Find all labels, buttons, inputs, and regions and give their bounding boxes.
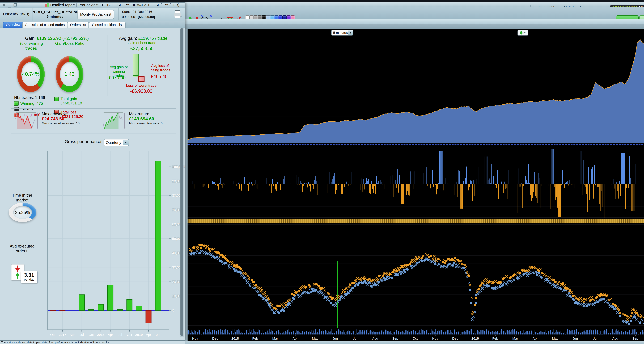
time-axis[interactable]: NovDec2018FebMarAprMayJunJulAugSepOctNov…	[188, 335, 644, 341]
report-header: USD/JPY (DFB) PCBO_USDJPY_BEst&EoD 5 min…	[0, 7, 185, 21]
time-in-market-value: 35.25%	[15, 210, 30, 215]
time-tick	[435, 335, 436, 336]
svg-text:2019: 2019	[135, 333, 143, 337]
report-titlebar: ✕ ▁ ❐ Detailed report| ProBacktest| PCBO…	[0, 2, 185, 7]
time-tick	[315, 335, 316, 336]
svg-text:Jul: Jul	[80, 333, 84, 337]
time-label: Mar	[272, 337, 278, 341]
svg-text:Apr: Apr	[108, 333, 113, 337]
avg-orders-value: 3.31	[21, 272, 37, 278]
svg-text:Apr: Apr	[70, 333, 75, 337]
svg-text:2018: 2018	[97, 333, 104, 337]
header-strategy: PCBO_USDJPY_BEst&EoD 5 minutes	[32, 7, 78, 21]
svg-text:Oct: Oct	[50, 333, 56, 337]
time-tick	[395, 335, 396, 336]
svg-text:0: 0	[172, 309, 174, 313]
time-tick	[635, 335, 636, 336]
modify-probacktest-button[interactable]: Modify ProBacktest	[78, 10, 114, 19]
avg-orders-value-box: 3.31 per day	[20, 271, 38, 283]
svg-text:Apr: Apr	[146, 333, 151, 337]
report-status-bar: The statistics above relate to past data…	[0, 341, 185, 344]
time-tick	[455, 335, 456, 336]
report-tabs: Overview Statistics of closed trades Ord…	[0, 21, 185, 28]
divider	[9, 226, 37, 226]
time-tick	[575, 335, 576, 336]
svg-text:Jul: Jul	[118, 333, 122, 337]
tab-closed-positions[interactable]: Closed positions list	[89, 22, 126, 28]
time-label: Aug	[612, 337, 618, 341]
time-label: Aug	[372, 337, 378, 341]
time-label: Jul	[353, 337, 357, 341]
time-label: Oct	[412, 337, 418, 341]
quarterly-performance-chart: 100,00090,00080,00070,00060,00050,00040,…	[0, 28, 185, 338]
time-tick	[475, 335, 476, 336]
minimize-window-icon[interactable]: ▁	[8, 3, 11, 7]
report-scrollbar-thumb[interactable]	[180, 28, 183, 336]
svg-text:Jul: Jul	[156, 333, 160, 337]
time-in-market-title: Time in the market	[6, 193, 39, 202]
header-instrument: USD/JPY (DFB)	[0, 7, 32, 21]
candlestick-icon	[44, 2, 49, 8]
chart-left-gutter	[185, 29, 188, 341]
time-label: 2019	[472, 337, 479, 341]
time-label: Jun	[572, 337, 578, 341]
time-tick	[295, 335, 296, 336]
time-tick	[495, 335, 496, 336]
time-label: Jun	[332, 337, 338, 341]
report-content: Gain: £139,625.90 (+2,792.52%) Avg gain:…	[0, 28, 185, 338]
panel-divider-dashed[interactable]	[188, 144, 644, 145]
time-tick	[355, 335, 355, 336]
time-tick	[195, 335, 196, 336]
time-tick	[535, 335, 536, 336]
time-tick	[215, 335, 215, 336]
time-label: 2018	[232, 337, 239, 341]
close-window-icon[interactable]: ✕	[2, 3, 6, 7]
time-label: Jul	[593, 337, 597, 341]
time-label: Feb	[252, 337, 258, 341]
tab-orders-list[interactable]: Orders list	[67, 22, 89, 28]
report-title: Detailed report| ProBacktest| PCBO_USDJP…	[44, 2, 179, 8]
time-label: Apr	[532, 337, 538, 341]
time-tick	[615, 335, 616, 336]
svg-text:2017: 2017	[59, 333, 66, 337]
indicator-legend-box[interactable]: ▼	[518, 30, 528, 35]
time-label: Apr	[292, 337, 298, 341]
time-label: Sep	[632, 337, 638, 341]
maximize-window-icon[interactable]: ❐	[14, 3, 17, 7]
time-tick	[515, 335, 516, 336]
order-histogram-chart[interactable]	[188, 147, 644, 219]
compressed-candles-strip[interactable]	[188, 219, 644, 223]
avg-orders-title: Avg executed orders:	[6, 244, 39, 253]
avg-orders-unit: per day	[21, 278, 37, 281]
time-label: Feb	[492, 337, 498, 341]
time-tick	[235, 335, 236, 336]
tab-statistics[interactable]: Statistics of closed trades	[22, 22, 68, 28]
time-label: May	[552, 337, 558, 341]
time-tick	[595, 335, 596, 336]
detailed-report-window: ✕ ▁ ❐ Detailed report| ProBacktest| PCBO…	[0, 2, 185, 341]
timeframe-value: 5 minutes	[333, 31, 348, 35]
time-label: Sep	[392, 337, 398, 341]
equity-curve-chart[interactable]	[188, 29, 644, 144]
price-scatter-chart[interactable]	[188, 223, 644, 329]
time-label: Dec	[212, 337, 218, 341]
time-label: Mar	[512, 337, 518, 341]
time-tick	[255, 335, 256, 336]
time-tick	[335, 335, 336, 336]
os-top-strip	[0, 0, 644, 2]
time-tick	[275, 335, 275, 336]
tab-overview[interactable]: Overview	[3, 22, 23, 28]
header-divider	[118, 8, 119, 20]
volume-strip	[188, 329, 644, 335]
timeframe-select[interactable]: 5 minutes ▼	[332, 30, 353, 35]
time-tick	[555, 335, 556, 336]
svg-text:Oct: Oct	[88, 333, 94, 337]
time-tick	[375, 335, 376, 336]
time-in-market-donut: 35.25%	[9, 203, 36, 222]
print-icon[interactable]: ▼	[174, 10, 182, 18]
time-label: Dec	[452, 337, 458, 341]
chevron-down-icon[interactable]: ▼	[348, 30, 353, 35]
time-label: Nov	[432, 337, 438, 341]
time-label: May	[312, 337, 318, 341]
svg-text:Oct: Oct	[127, 333, 132, 337]
